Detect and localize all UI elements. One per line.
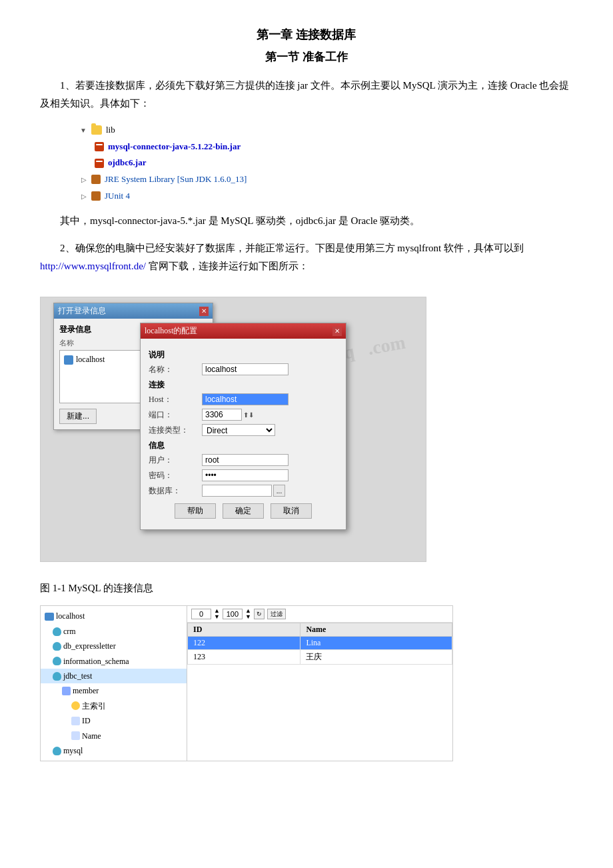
tree-item-ojdbc: ojdbc6.jar — [95, 155, 573, 171]
db-tree-localhost: localhost — [41, 609, 187, 623]
expand-icon-jre: ▷ — [81, 173, 87, 186]
tree-root: ▼ lib — [80, 122, 573, 139]
lib-tree: ▼ lib mysql-connector-java-5.1.22-bin.ja… — [80, 122, 573, 204]
conntype-label: 连接类型： — [149, 425, 202, 436]
col-icon-id — [71, 717, 80, 725]
db-label: 数据库： — [149, 485, 202, 497]
db-tree-crm: crm — [41, 624, 187, 639]
desc-section-label: 说明 — [149, 349, 338, 361]
db-icon-mysql — [53, 747, 61, 755]
paragraph-2: 其中，mysql-connector-java-5.*.jar 是 MySQL … — [40, 212, 573, 230]
pass-input[interactable] — [202, 469, 289, 481]
db-tree-key-label: 主索引 — [82, 699, 106, 713]
db-tree-col-id: ID — [41, 713, 187, 728]
db-toolbar: ▲▼ ▲▼ ↻ 过滤 — [187, 606, 452, 623]
cell-id-2: 123 — [188, 650, 301, 665]
db-icon-jdbc — [53, 672, 61, 681]
user-input[interactable] — [202, 454, 289, 466]
conntype-select[interactable]: Direct — [202, 424, 275, 436]
db-tree-infschema-label: information_schema — [63, 655, 129, 668]
login-title: 打开登录信息 — [58, 305, 106, 317]
ok-button[interactable]: 确定 — [223, 503, 264, 519]
db-data-panel: ▲▼ ▲▼ ↻ 过滤 ID Name 122 Lina 123 王庆 — [187, 606, 452, 761]
db-input[interactable] — [202, 485, 272, 497]
db-tree-jdbc-label: jdbc_test — [63, 669, 92, 683]
db-tree-mysql: mysql — [41, 743, 187, 758]
figure-caption: 图 1-1 MySQL 的连接信息 — [40, 582, 573, 595]
server-item-label: localhost — [76, 355, 105, 365]
col-header-name: Name — [301, 623, 452, 637]
login-titlebar: 打开登录信息 ✕ — [54, 303, 213, 319]
collapse-icon: ▼ — [80, 124, 87, 137]
config-close-button[interactable]: ✕ — [332, 327, 342, 336]
config-conntype-row: 连接类型： Direct — [149, 424, 338, 436]
name-input[interactable] — [202, 363, 289, 375]
db-tree-panel: localhost crm db_expressletter informati… — [41, 606, 187, 761]
toolbar-start-input[interactable] — [191, 609, 211, 619]
config-name-row: 名称： — [149, 363, 338, 375]
help-button[interactable]: 帮助 — [175, 503, 216, 519]
col-icon-name — [71, 731, 80, 740]
db-icon-member — [62, 687, 71, 695]
dialog-overlay: www.bdq .com 打开登录信息 ✕ 登录信息 名称 localhost … — [53, 303, 413, 556]
config-titlebar: localhost的配置 ✕ — [141, 323, 346, 339]
lib-root-label: lib — [106, 122, 115, 139]
server-icon-tree — [45, 613, 54, 621]
db-ellipsis-button[interactable]: ... — [273, 485, 285, 497]
db-icon-expressletter — [53, 642, 61, 651]
config-pass-row: 密码： — [149, 469, 338, 481]
paragraph-1: 1、若要连接数据库，必须先下载好第三方提供的连接 jar 文件。本示例主要以 M… — [40, 77, 573, 113]
jre-icon — [91, 175, 101, 184]
toolbar-up2-icon: ▲▼ — [245, 608, 251, 620]
toolbar-filter-button[interactable]: 过滤 — [267, 609, 286, 619]
db-figure: localhost crm db_expressletter informati… — [40, 605, 453, 761]
db-tree-col-name: Name — [41, 729, 187, 743]
toolbar-refresh-button[interactable]: ↻ — [254, 609, 265, 619]
key-icon — [71, 701, 80, 710]
port-spinner: ⬆⬇ — [243, 411, 254, 419]
url-link: http://www.mysqlfront.de/ — [40, 261, 146, 271]
host-input[interactable] — [202, 393, 289, 405]
server-icon — [64, 355, 73, 365]
table-row[interactable]: 123 王庆 — [188, 650, 452, 665]
junit-label: JUnit 4 — [105, 188, 130, 205]
col-header-id: ID — [188, 623, 301, 637]
config-user-row: 用户： — [149, 454, 338, 466]
pass-label: 密码： — [149, 470, 202, 481]
name-label: 名称： — [149, 364, 202, 375]
config-db-row: 数据库： ... — [149, 485, 338, 497]
db-icon-crm — [53, 627, 61, 636]
db-icon-infschema — [53, 657, 61, 665]
db-tree-key: 主索引 — [41, 699, 187, 713]
new-connection-button[interactable]: 新建... — [59, 409, 97, 424]
db-tree-crm-label: crm — [63, 625, 76, 638]
cancel-button[interactable]: 取消 — [271, 503, 312, 519]
tree-item-junit: ▷ JUnit 4 — [81, 188, 573, 205]
dialog-config: localhost的配置 ✕ 说明 名称： 连接 Host： 端口： — [140, 323, 346, 530]
config-port-row: 端口： ⬆⬇ — [149, 409, 338, 421]
table-row[interactable]: 122 Lina — [188, 637, 452, 650]
db-tree-jdbc-test[interactable]: jdbc_test — [41, 669, 187, 683]
paragraph-3: 2、确保您的电脑中已经安装好了数据库，并能正常运行。下图是使用第三方 mysql… — [40, 239, 573, 275]
config-body: 说明 名称： 连接 Host： 端口： ⬆⬇ 连接类型： — [141, 339, 346, 529]
user-label: 用户： — [149, 455, 202, 466]
db-data-table: ID Name 122 Lina 123 王庆 — [187, 623, 452, 665]
cell-name-1: Lina — [301, 637, 452, 650]
cell-id-1: 122 — [188, 637, 301, 650]
config-buttons: 帮助 确定 取消 — [149, 503, 338, 523]
config-title: localhost的配置 — [145, 325, 197, 337]
port-input[interactable] — [202, 409, 242, 421]
table-header-row: ID Name — [188, 623, 452, 637]
port-label: 端口： — [149, 409, 202, 421]
ojdbc-jar-label: ojdbc6.jar — [108, 155, 146, 171]
login-close-button[interactable]: ✕ — [199, 307, 209, 316]
host-label: Host： — [149, 394, 202, 405]
cell-name-2: 王庆 — [301, 650, 452, 665]
folder-icon — [91, 125, 102, 135]
info-section-label: 信息 — [149, 440, 338, 451]
tree-item-jre: ▷ JRE System Library [Sun JDK 1.6.0_13] — [81, 171, 573, 188]
db-tree-member-label: member — [73, 684, 99, 697]
db-tree-expressletter: db_expressletter — [41, 639, 187, 653]
toolbar-limit-input[interactable] — [223, 609, 243, 619]
config-host-row: Host： — [149, 393, 338, 405]
